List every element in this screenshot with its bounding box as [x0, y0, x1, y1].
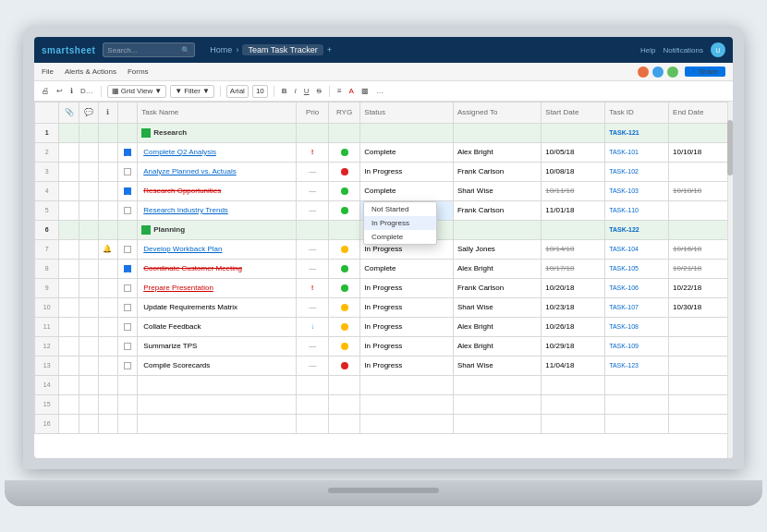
breadcrumb: Home › Team Task Tracker +	[210, 44, 332, 55]
sep-3	[274, 86, 274, 97]
header-info: ℹ	[98, 103, 117, 124]
undo-btn[interactable]: ↩	[55, 87, 65, 95]
table-body: 1ResearchTASK-1212Complete Q2 Analysis!C…	[35, 124, 733, 434]
table-row: 10Update Requirements Matrix—In Progress…	[35, 298, 733, 318]
status-dropdown[interactable]: Not Started In Progress Complete	[363, 201, 437, 245]
group-label: Planning	[153, 225, 185, 234]
table-row: 11Collate Feedback↓In ProgressAlex Brigh…	[35, 318, 733, 337]
view-arrow: ▼	[154, 87, 162, 95]
table-row: 12Summarize TPS—In ProgressAlex Bright10…	[35, 337, 733, 357]
app-logo: smartsheet	[42, 45, 95, 55]
header-taskname[interactable]: Task Name	[138, 103, 297, 124]
home-link[interactable]: Home	[210, 45, 232, 54]
sep-1	[101, 86, 102, 97]
spreadsheet: 📎 💬 ℹ Task Name Prio RYG Status Assigned…	[34, 102, 733, 458]
top-bar-right: Help Notifications U	[640, 42, 725, 57]
header-status[interactable]: Status	[360, 103, 454, 124]
dropdown-option-notstarted[interactable]: Not Started	[364, 202, 436, 216]
header-ryg[interactable]: RYG	[328, 103, 359, 124]
header-assigned[interactable]: Assigned To	[453, 103, 541, 124]
header-chat: 💬	[79, 103, 98, 124]
filter-label: Filter	[184, 87, 201, 95]
size-label: 10	[256, 87, 264, 95]
avatar-1	[637, 66, 650, 79]
italic-btn[interactable]: I	[293, 87, 298, 95]
table-row: 16	[35, 415, 733, 434]
header-attach: 📎	[59, 103, 79, 124]
underline-btn[interactable]: U	[302, 87, 311, 95]
header-taskid[interactable]: Task ID	[605, 103, 669, 124]
laptop-body: smartsheet Search... 🔍 Home › Team Task …	[23, 26, 744, 469]
avatar-3	[666, 66, 679, 79]
dropdown-option-complete[interactable]: Complete	[364, 230, 436, 244]
table-row: 9Prepare Presentation!In ProgressFrank C…	[35, 279, 733, 298]
table-row: 13Compile Scorecards—In ProgressShari Wi…	[35, 357, 733, 376]
align-left[interactable]: ≡	[335, 87, 344, 95]
group-label: Research	[153, 128, 187, 137]
font-size[interactable]: 10	[252, 85, 268, 98]
notifications-link[interactable]: Notifications	[663, 46, 703, 54]
header-prio[interactable]: Prio	[297, 103, 328, 124]
header-expand	[118, 103, 138, 124]
share-label: Share	[699, 67, 718, 76]
text-color[interactable]: A	[347, 87, 356, 95]
dropdown-option-inprogress[interactable]: In Progress	[364, 216, 436, 230]
sep-2	[220, 86, 221, 97]
table-header: 📎 💬 ℹ Task Name Prio RYG Status Assigned…	[35, 103, 733, 124]
more-tools[interactable]: …	[374, 87, 385, 95]
top-bar: smartsheet Search... 🔍 Home › Team Task …	[34, 37, 733, 63]
header-rownum	[35, 103, 59, 124]
strikethrough-btn[interactable]: S	[315, 87, 323, 95]
menu-file[interactable]: File	[42, 67, 54, 76]
table-row: 1ResearchTASK-121	[35, 124, 733, 143]
sep-4	[329, 86, 330, 97]
search-box[interactable]: Search... 🔍	[103, 42, 195, 57]
table-row: 2Complete Q2 Analysis!CompleteAlex Brigh…	[35, 143, 733, 163]
table-area: 📎 💬 ℹ Task Name Prio RYG Status Assigned…	[34, 102, 733, 458]
table-row: 15	[35, 395, 733, 415]
info-btn[interactable]: ℹ	[68, 87, 75, 95]
breadcrumb-plus[interactable]: +	[327, 45, 332, 54]
search-placeholder: Search...	[107, 46, 137, 54]
collaborator-avatars	[637, 66, 679, 79]
laptop-container: smartsheet Search... 🔍 Home › Team Task …	[23, 26, 744, 506]
col-btn[interactable]: D…	[79, 87, 95, 95]
filter-btn[interactable]: ▼ Filter ▼	[170, 85, 214, 98]
search-icon: 🔍	[181, 46, 190, 54]
print-btn[interactable]: 🖨	[40, 87, 51, 95]
breadcrumb-sep: ›	[236, 45, 238, 54]
current-sheet[interactable]: Team Task Tracker	[242, 44, 323, 55]
table-row: 3Analyze Planned vs. Actuals—In Progress…	[35, 163, 733, 182]
bold-btn[interactable]: B	[280, 87, 289, 95]
filter-icon: ▼	[175, 87, 182, 95]
header-end[interactable]: End Date	[669, 103, 733, 124]
filter-arrow: ▼	[202, 87, 210, 95]
user-avatar[interactable]: U	[711, 42, 725, 57]
screen: smartsheet Search... 🔍 Home › Team Task …	[34, 37, 733, 458]
share-button[interactable]: ↑ Share	[685, 66, 725, 77]
share-icon: ↑	[692, 67, 696, 76]
view-label: Grid View	[121, 87, 153, 95]
scrollbar-thumb[interactable]	[727, 120, 733, 175]
table-row: 8Coordinate Customer Meeting—CompleteAle…	[35, 260, 733, 279]
task-table: 📎 💬 ℹ Task Name Prio RYG Status Assigned…	[34, 102, 733, 434]
table-row: 14	[35, 376, 733, 395]
help-link[interactable]: Help	[640, 46, 655, 54]
scrollbar[interactable]	[727, 102, 733, 458]
header-start[interactable]: Start Date	[542, 103, 605, 124]
grid-icon: ▦	[112, 87, 119, 95]
font-select[interactable]: Arial	[226, 85, 249, 98]
laptop-base	[5, 480, 762, 506]
bg-color[interactable]: ▩	[359, 87, 371, 95]
menu-forms[interactable]: Forms	[128, 67, 149, 76]
toolbar: 🖨 ↩ ℹ D… ▦ Grid View ▼ ▼ Filter ▼ Arial	[34, 81, 733, 102]
menu-bar: File Alerts & Actions Forms ↑ Share	[34, 63, 733, 81]
menu-alerts[interactable]: Alerts & Actions	[65, 67, 116, 76]
avatar-2	[651, 66, 664, 79]
font-label: Arial	[230, 87, 245, 95]
grid-view-btn[interactable]: ▦ Grid View ▼	[107, 85, 166, 98]
table-row: 4Research Opportunities—CompleteShari Wi…	[35, 182, 733, 201]
